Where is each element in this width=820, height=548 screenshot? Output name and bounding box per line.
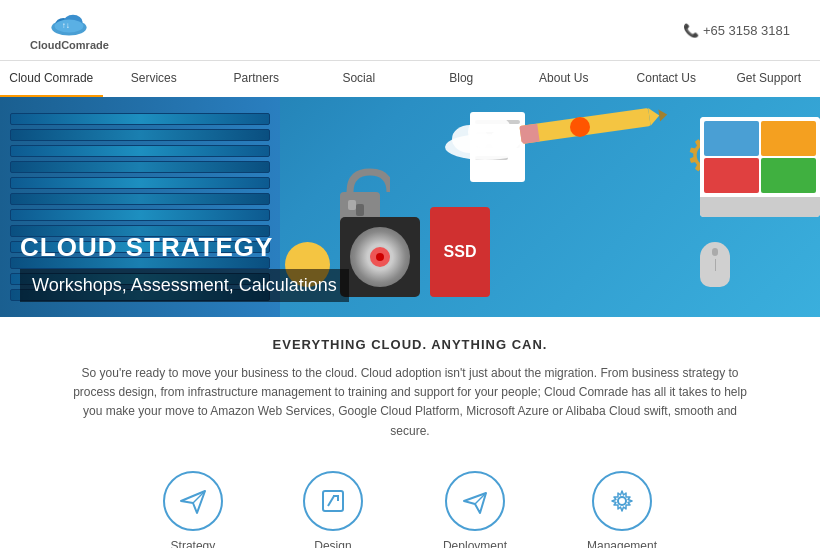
svg-text:↑↓: ↑↓ xyxy=(62,21,70,30)
nav-item-services[interactable]: Services xyxy=(103,61,206,97)
service-item-design: Design xyxy=(303,471,363,548)
management-icon-circle[interactable] xyxy=(592,471,652,531)
svg-rect-7 xyxy=(356,204,364,216)
monitor-screen xyxy=(700,117,820,197)
nav-item-social[interactable]: Social xyxy=(308,61,411,97)
mouse-decoration xyxy=(700,242,730,287)
design-icon xyxy=(319,487,347,515)
nav-item-contact[interactable]: Contact Us xyxy=(615,61,718,97)
monitor-decoration xyxy=(700,117,820,217)
strategy-label: Strategy xyxy=(171,539,216,548)
pencil-point xyxy=(658,109,668,122)
svg-rect-6 xyxy=(348,200,356,210)
nav-item-blog[interactable]: Blog xyxy=(410,61,513,97)
navigation: Cloud Comrade Services Partners Social B… xyxy=(0,60,820,97)
hdd-center xyxy=(370,247,390,267)
main-content: EVERYTHING CLOUD. ANYTHING CAN. So you'r… xyxy=(0,317,820,451)
nav-item-partners[interactable]: Partners xyxy=(205,61,308,97)
server-row xyxy=(10,161,270,173)
server-row xyxy=(10,129,270,141)
orange-dot-decoration xyxy=(570,117,590,137)
server-row xyxy=(10,113,270,125)
svg-point-11 xyxy=(490,128,520,152)
deployment-icon xyxy=(461,487,489,515)
server-row xyxy=(10,193,270,205)
header: ↑↓ CloudComrade 📞 +65 3158 3181 xyxy=(0,0,820,60)
strategy-icon-circle[interactable] xyxy=(163,471,223,531)
svg-rect-14 xyxy=(323,491,343,511)
server-row xyxy=(10,145,270,157)
strategy-icon xyxy=(179,487,207,515)
cloud-decoration xyxy=(440,107,530,162)
design-icon-circle[interactable] xyxy=(303,471,363,531)
nav-item-about[interactable]: About Us xyxy=(513,61,616,97)
deployment-icon-circle[interactable] xyxy=(445,471,505,531)
management-icon xyxy=(608,487,636,515)
deployment-label: Deployment xyxy=(443,539,507,548)
svg-point-18 xyxy=(618,497,626,505)
services-row: Strategy Design Deployment xyxy=(0,451,820,548)
hero-banner: SSD xyxy=(0,97,820,317)
server-row xyxy=(10,177,270,189)
service-item-strategy: Strategy xyxy=(163,471,223,548)
nav-item-cloud-comrade[interactable]: Cloud Comrade xyxy=(0,61,103,97)
phone-number: 📞 +65 3158 3181 xyxy=(683,23,790,38)
logo[interactable]: ↑↓ CloudComrade xyxy=(30,9,109,51)
hero-text-overlay: CLOUD STRATEGY Workshops, Assessment, Ca… xyxy=(0,217,369,317)
phone-icon: 📞 xyxy=(683,23,699,38)
svg-line-15 xyxy=(328,496,334,506)
design-label: Design xyxy=(314,539,351,548)
content-body: So you're ready to move your business to… xyxy=(70,364,750,441)
service-item-deployment: Deployment xyxy=(443,471,507,548)
hdd-dot xyxy=(376,253,384,261)
management-label: Management xyxy=(587,539,657,548)
hero-subtitle: Workshops, Assessment, Calculations xyxy=(32,275,337,295)
service-item-management: Management xyxy=(587,471,657,548)
hero-title: CLOUD STRATEGY xyxy=(20,232,349,263)
nav-item-support[interactable]: Get Support xyxy=(718,61,821,97)
logo-icon: ↑↓ xyxy=(49,9,89,39)
logo-text: CloudComrade xyxy=(30,39,109,51)
content-heading: EVERYTHING CLOUD. ANYTHING CAN. xyxy=(60,337,760,352)
hero-subtitle-bar: Workshops, Assessment, Calculations xyxy=(20,269,349,302)
ssd-decoration: SSD xyxy=(430,207,490,297)
